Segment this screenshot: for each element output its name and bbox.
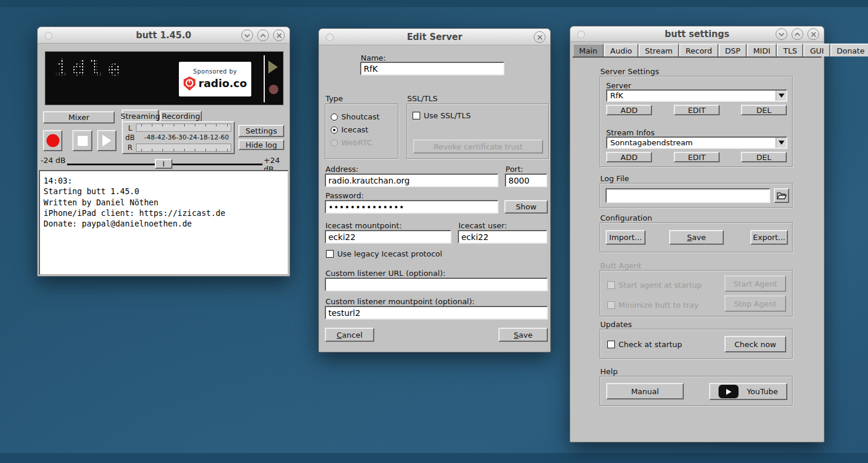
settings-button[interactable]: Settings	[238, 125, 284, 137]
mixer-button[interactable]: Mixer	[43, 111, 115, 124]
cancel-button[interactable]: Cancel	[325, 328, 374, 342]
password-input[interactable]: ••••••••••••••	[325, 200, 498, 214]
revoke-certificate-button: Revoke certificate trust	[413, 139, 543, 154]
gain-slider-handle[interactable]	[155, 159, 172, 169]
youtube-button[interactable]: YouTube	[709, 383, 787, 400]
maximize-icon[interactable]	[791, 28, 803, 40]
hide-log-button[interactable]: Hide log	[238, 139, 284, 150]
close-icon[interactable]	[273, 29, 285, 41]
maximize-icon[interactable]	[257, 29, 269, 41]
stream-play-indicator-icon	[268, 61, 278, 74]
check-now-button[interactable]: Check now	[724, 336, 786, 352]
log-line: iPhone/iPad client: https://izicast.de	[44, 208, 284, 218]
log-output[interactable]: 14:03: Starting butt 1.45.0 Written by D…	[39, 170, 288, 275]
meter-left-bar	[136, 124, 231, 132]
stream-del-button[interactable]: DEL	[741, 152, 787, 162]
address-label: Address:	[325, 165, 358, 174]
checkbox-disabled-icon	[607, 281, 615, 289]
browse-log-file-button[interactable]	[774, 188, 789, 203]
stream-add-button[interactable]: ADD	[606, 152, 652, 162]
butt-settings-window: butt settings Main Audio Stream Record D…	[570, 26, 824, 442]
server-dropdown[interactable]: RfK	[606, 89, 787, 102]
port-input[interactable]: 8000	[505, 174, 547, 187]
tab-recording[interactable]: Recording	[160, 111, 202, 121]
name-input[interactable]: RfK	[360, 62, 504, 75]
server-del-button[interactable]: DEL	[741, 105, 787, 115]
password-label: Password:	[325, 191, 364, 200]
settings-tab-bar: Main Audio Stream Record DSP MIDI TLS GU…	[573, 44, 822, 58]
tab-record[interactable]: Record	[679, 44, 719, 56]
server-edit-button[interactable]: EDIT	[674, 105, 720, 115]
edit-server-titlebar[interactable]: Edit Server	[319, 29, 550, 45]
stop-button[interactable]	[72, 130, 92, 151]
stop-icon	[78, 136, 88, 146]
chevron-down-icon	[776, 138, 786, 148]
save-button[interactable]: Save	[498, 328, 548, 342]
tab-tls[interactable]: TLS	[777, 44, 803, 56]
sponsor-banner[interactable]: Sponsored by radio.co	[179, 62, 251, 96]
tab-dsp[interactable]: DSP	[719, 44, 747, 56]
configuration-group: Import... Save Export...	[600, 222, 793, 252]
legacy-protocol-checkbox[interactable]: Use legacy Icecast protocol	[326, 249, 442, 258]
config-save-button[interactable]: Save	[669, 230, 724, 245]
mountpoint-input[interactable]: ecki22	[325, 230, 451, 244]
updates-group: Check at startup Check now	[600, 329, 793, 359]
stream-edit-button[interactable]: EDIT	[674, 152, 720, 162]
tab-gui[interactable]: GUI	[803, 44, 830, 56]
close-icon[interactable]	[534, 31, 546, 43]
radio-disabled-icon	[331, 139, 338, 146]
type-shoutcast-radio[interactable]: Shoutcast	[331, 112, 380, 121]
show-password-button[interactable]: Show	[504, 200, 548, 214]
tab-donate[interactable]: Donate	[830, 44, 868, 56]
minimize-to-tray-checkbox: Minimize butt to tray	[607, 301, 699, 309]
updates-label: Updates	[600, 320, 632, 329]
checkbox-unchecked-icon	[607, 341, 615, 348]
status-text: idle	[55, 56, 125, 80]
server-label: Server	[606, 81, 631, 90]
address-input[interactable]: radio.krautchan.org	[325, 174, 498, 187]
settings-titlebar[interactable]: butt settings	[570, 26, 824, 42]
log-line: Donate: paypal@danielnoethen.de	[44, 218, 284, 229]
background-top-band	[0, 0, 868, 7]
checkbox-unchecked-icon	[326, 250, 334, 258]
configuration-label: Configuration	[600, 214, 652, 222]
tab-midi[interactable]: MIDI	[747, 44, 777, 56]
play-icon	[102, 135, 111, 146]
check-at-startup-checkbox[interactable]: Check at startup	[607, 340, 682, 349]
close-icon[interactable]	[807, 28, 819, 40]
ssl-group: Use SSL/TLS Revoke certificate trust	[407, 104, 549, 159]
export-button[interactable]: Export...	[750, 230, 788, 245]
record-button[interactable]	[43, 130, 62, 151]
tab-audio[interactable]: Audio	[604, 44, 638, 56]
log-file-group	[600, 183, 793, 208]
custom-mountpoint-input[interactable]: testurl2	[325, 306, 548, 319]
use-ssl-checkbox[interactable]: Use SSL/TLS	[413, 111, 471, 120]
butt-agent-label: Butt Agent	[600, 261, 641, 270]
tab-main[interactable]: Main	[573, 44, 604, 56]
checkbox-disabled-icon	[607, 301, 615, 309]
log-file-input[interactable]	[606, 188, 770, 203]
play-button[interactable]	[97, 130, 117, 151]
minimize-icon[interactable]	[776, 28, 787, 40]
tab-stream[interactable]: Stream	[638, 44, 679, 56]
type-icecast-radio[interactable]: Icecast	[331, 125, 368, 134]
chevron-down-icon	[776, 91, 786, 101]
custom-mountpoint-label: Custom listener mountpoint (optional):	[325, 297, 474, 306]
server-settings-group: Server RfK ADD EDIT DEL Stream Infos Son…	[600, 76, 793, 167]
icecast-user-input[interactable]: ecki22	[458, 230, 547, 244]
type-group-label: Type	[325, 94, 343, 103]
minimize-icon[interactable]	[241, 29, 253, 41]
youtube-icon	[719, 385, 739, 398]
stream-infos-dropdown[interactable]: Sonntagabendstream	[606, 136, 787, 149]
import-button[interactable]: Import...	[606, 230, 646, 245]
ssl-group-label: SSL/TLS	[407, 94, 438, 103]
custom-url-input[interactable]	[325, 278, 548, 291]
main-titlebar[interactable]: butt 1.45.0	[38, 27, 290, 44]
tab-streaming[interactable]: Streaming	[122, 109, 159, 121]
manual-button[interactable]: Manual	[606, 383, 684, 399]
display-divider	[264, 55, 265, 102]
server-add-button[interactable]: ADD	[606, 105, 652, 115]
meter-right-bar	[136, 144, 231, 152]
butt-agent-group: Start agent at startup Start Agent Minim…	[600, 270, 793, 317]
custom-url-label: Custom listener URL (optional):	[325, 269, 445, 278]
